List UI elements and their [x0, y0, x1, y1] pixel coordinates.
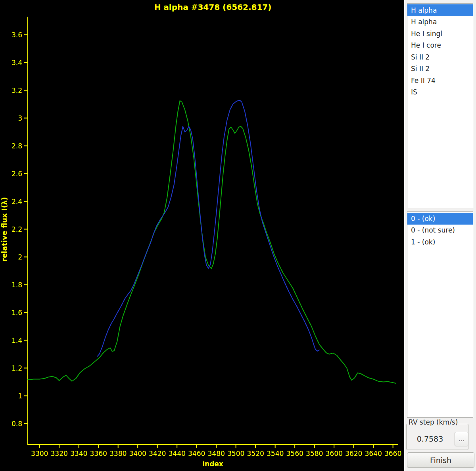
- svg-text:1.2: 1.2: [12, 364, 22, 372]
- svg-text:3660: 3660: [384, 450, 401, 458]
- line-item-2[interactable]: He I singl: [407, 28, 473, 40]
- line-item-7[interactable]: IS: [407, 87, 473, 98]
- svg-text:3: 3: [18, 114, 22, 122]
- svg-text:2.4: 2.4: [12, 198, 22, 206]
- svg-text:3480: 3480: [208, 450, 225, 458]
- svg-text:3520: 3520: [247, 450, 264, 458]
- rv-step-more-button[interactable]: ...: [455, 432, 468, 446]
- svg-text:3420: 3420: [149, 450, 166, 458]
- svg-text:3600: 3600: [326, 450, 343, 458]
- spectrum-chart[interactable]: 3300332033403360338034003420344034603480…: [0, 0, 404, 471]
- svg-text:3340: 3340: [70, 450, 87, 458]
- rv-step-label: RV step (km/s): [407, 418, 459, 426]
- svg-text:3380: 3380: [109, 450, 127, 458]
- svg-text:3440: 3440: [169, 450, 186, 458]
- line-item-6[interactable]: Fe II 74: [407, 75, 473, 87]
- svg-text:H alpha #3478 (6562.817): H alpha #3478 (6562.817): [154, 2, 272, 12]
- svg-text:3620: 3620: [345, 450, 362, 458]
- line-item-1[interactable]: H alpha: [407, 16, 473, 28]
- svg-text:1.6: 1.6: [12, 309, 22, 317]
- line-item-0[interactable]: H alpha: [407, 4, 473, 16]
- svg-text:2: 2: [18, 253, 22, 261]
- line-item-4[interactable]: Si II 2: [407, 51, 473, 63]
- svg-text:3460: 3460: [188, 450, 205, 458]
- svg-text:1: 1: [18, 392, 22, 400]
- quality-item-2[interactable]: 1 - (ok): [407, 236, 473, 248]
- svg-text:3300: 3300: [31, 450, 48, 458]
- svg-text:2.8: 2.8: [12, 142, 22, 150]
- svg-text:2.6: 2.6: [12, 170, 22, 178]
- svg-text:3360: 3360: [90, 450, 107, 458]
- svg-text:3320: 3320: [51, 450, 68, 458]
- rv-step-value: 0.7583: [407, 434, 453, 443]
- measurement-quality-list[interactable]: 0 - (ok)0 - (not sure)1 - (ok): [407, 211, 473, 418]
- svg-text:3.4: 3.4: [12, 59, 22, 67]
- svg-text:2.2: 2.2: [12, 225, 22, 233]
- quality-item-0[interactable]: 0 - (ok): [407, 213, 473, 225]
- svg-text:3560: 3560: [286, 450, 303, 458]
- svg-text:3400: 3400: [129, 450, 146, 458]
- svg-text:3580: 3580: [306, 450, 323, 458]
- svg-text:3.6: 3.6: [12, 31, 22, 39]
- svg-text:1.4: 1.4: [12, 336, 22, 344]
- line-item-5[interactable]: Si II 2: [407, 63, 473, 75]
- svg-text:3640: 3640: [365, 450, 382, 458]
- svg-text:index: index: [202, 460, 223, 468]
- line-item-3[interactable]: He I core: [407, 40, 473, 52]
- quality-item-1[interactable]: 0 - (not sure): [407, 225, 473, 236]
- side-panel: H alphaH alphaHe I singlHe I coreSi II 2…: [404, 0, 476, 471]
- svg-text:1.8: 1.8: [12, 281, 22, 289]
- finish-button[interactable]: Finish: [407, 452, 474, 468]
- svg-text:3.2: 3.2: [12, 87, 22, 94]
- svg-text:0.8: 0.8: [12, 420, 22, 428]
- svg-text:3540: 3540: [267, 450, 284, 458]
- spectral-line-list[interactable]: H alphaH alphaHe I singlHe I coreSi II 2…: [407, 3, 473, 208]
- svg-text:relative flux I(λ): relative flux I(λ): [0, 197, 8, 262]
- svg-text:3500: 3500: [227, 450, 244, 458]
- spectrum-plot-area[interactable]: 3300332033403360338034003420344034603480…: [0, 0, 404, 471]
